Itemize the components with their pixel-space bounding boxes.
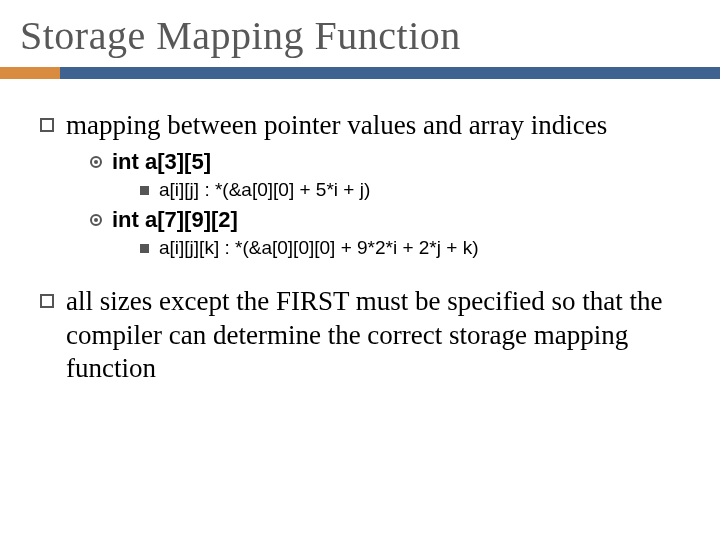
subsub-bullet-text: a[i][j][k] : *(&a[0][0][0] + 9*2*i + 2*j…: [159, 237, 478, 259]
square-bullet-icon: [40, 118, 54, 132]
sub-bullet-text: int a[7][9][2]: [112, 207, 238, 233]
subsub-bullet-item: a[i][j] : *(&a[0][0] + 5*i + j): [140, 179, 690, 201]
bullet-text: mapping between pointer values and array…: [66, 109, 607, 143]
subsub-bullet-text: a[i][j] : *(&a[0][0] + 5*i + j): [159, 179, 370, 201]
circle-bullet-icon: [90, 156, 102, 168]
filled-square-bullet-icon: [140, 186, 149, 195]
circle-bullet-icon: [90, 214, 102, 226]
sub-bullet-item: int a[3][5]: [90, 149, 690, 175]
divider-main: [60, 67, 720, 79]
content-area: mapping between pointer values and array…: [0, 79, 720, 386]
divider-accent: [0, 67, 60, 79]
sub-bullet-text: int a[3][5]: [112, 149, 211, 175]
bullet-item: mapping between pointer values and array…: [40, 109, 690, 143]
slide-title: Storage Mapping Function: [20, 12, 700, 59]
sub-bullet-item: int a[7][9][2]: [90, 207, 690, 233]
subsub-bullet-item: a[i][j][k] : *(&a[0][0][0] + 9*2*i + 2*j…: [140, 237, 690, 259]
bullet-text: all sizes except the FIRST must be speci…: [66, 285, 690, 386]
square-bullet-icon: [40, 294, 54, 308]
filled-square-bullet-icon: [140, 244, 149, 253]
divider-bar: [0, 67, 720, 79]
slide: Storage Mapping Function mapping between…: [0, 0, 720, 540]
bullet-item: all sizes except the FIRST must be speci…: [40, 285, 690, 386]
title-row: Storage Mapping Function: [0, 0, 720, 67]
